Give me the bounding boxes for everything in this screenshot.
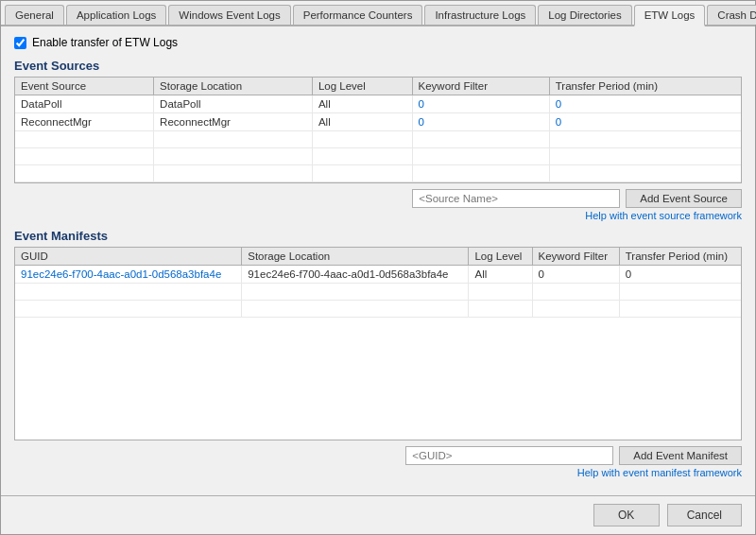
event-manifests-table-container: GUID Storage Location Log Level Keyword … — [14, 247, 742, 440]
enable-etw-label: Enable transfer of ETW Logs — [32, 36, 178, 49]
tab-etw-logs[interactable]: ETW Logs — [634, 5, 706, 26]
table-row-empty — [15, 165, 741, 182]
event-sources-table-container: Event Source Storage Location Log Level … — [14, 77, 742, 183]
manifest-transfer-cell: 0 — [619, 266, 741, 284]
guid-input[interactable] — [405, 446, 613, 465]
dialog-footer: OK Cancel — [1, 495, 755, 534]
source-storage-cell: DataPoll — [154, 95, 313, 113]
manifest-level-cell: All — [469, 266, 532, 284]
source-level-cell: All — [312, 95, 412, 113]
col-transfer-period: Transfer Period (min) — [549, 78, 741, 95]
tab-crash-dumps[interactable]: Crash Dumps — [707, 5, 756, 25]
col-keyword-filter: Keyword Filter — [412, 78, 549, 95]
content-area: Enable transfer of ETW Logs Event Source… — [1, 26, 755, 495]
table-row-empty — [15, 148, 741, 165]
source-transfer-cell: 0 — [549, 95, 741, 113]
table-row-empty — [15, 284, 741, 301]
tab-windows-event-logs[interactable]: Windows Event Logs — [168, 5, 290, 25]
add-manifest-row: Add Event Manifest — [14, 446, 742, 465]
event-manifests-title: Event Manifests — [14, 229, 742, 243]
ok-button[interactable]: OK — [593, 504, 660, 526]
event-manifests-table: GUID Storage Location Log Level Keyword … — [15, 248, 741, 318]
event-source-help-link[interactable]: Help with event source framework — [14, 210, 742, 221]
event-sources-section: Event Sources Event Source Storage Locat… — [14, 59, 742, 229]
source-keyword-cell: 0 — [412, 113, 549, 131]
source-name-input[interactable] — [412, 189, 620, 208]
source-level-cell: All — [312, 113, 412, 131]
manifest-storage-cell: 91ec24e6-f700-4aac-a0d1-0d568a3bfa4e — [242, 266, 469, 284]
table-row[interactable]: DataPoll DataPoll All 0 0 — [15, 95, 741, 113]
source-keyword-cell: 0 — [412, 95, 549, 113]
source-name-cell: ReconnectMgr — [15, 113, 154, 131]
tab-infrastructure-logs[interactable]: Infrastructure Logs — [424, 5, 536, 25]
col-guid: GUID — [15, 248, 242, 266]
manifest-guid-cell: 91ec24e6-f700-4aac-a0d1-0d568a3bfa4e — [15, 266, 242, 284]
source-transfer-cell: 0 — [549, 113, 741, 131]
tab-general[interactable]: General — [5, 5, 64, 25]
event-sources-table: Event Source Storage Location Log Level … — [15, 78, 741, 182]
manifest-keyword-cell: 0 — [532, 266, 619, 284]
tab-performance-counters[interactable]: Performance Counters — [293, 5, 423, 25]
table-row[interactable]: 91ec24e6-f700-4aac-a0d1-0d568a3bfa4e 91e… — [15, 266, 741, 284]
col-manifest-log-level: Log Level — [469, 248, 532, 266]
event-manifest-help-link[interactable]: Help with event manifest framework — [14, 467, 742, 478]
col-manifest-transfer: Transfer Period (min) — [619, 248, 741, 266]
table-row[interactable]: ReconnectMgr ReconnectMgr All 0 0 — [15, 113, 741, 131]
source-name-cell: DataPoll — [15, 95, 154, 113]
tab-application-logs[interactable]: Application Logs — [66, 5, 166, 25]
table-row-empty — [15, 301, 741, 318]
dialog: General Application Logs Windows Event L… — [0, 0, 756, 535]
source-storage-cell: ReconnectMgr — [154, 113, 313, 131]
add-source-row: Add Event Source — [14, 189, 742, 208]
cancel-button[interactable]: Cancel — [667, 504, 742, 526]
col-storage-location: Storage Location — [154, 78, 313, 95]
tab-log-directories[interactable]: Log Directories — [538, 5, 631, 25]
col-event-source: Event Source — [15, 78, 154, 95]
add-event-manifest-button[interactable]: Add Event Manifest — [619, 446, 742, 465]
add-event-source-button[interactable]: Add Event Source — [626, 189, 742, 208]
event-manifests-section: Event Manifests GUID Storage Location Lo… — [14, 229, 742, 486]
event-sources-title: Event Sources — [14, 59, 742, 73]
event-sources-header-row: Event Source Storage Location Log Level … — [15, 78, 741, 95]
enable-etw-checkbox[interactable] — [14, 37, 26, 49]
enable-checkbox-row: Enable transfer of ETW Logs — [14, 36, 742, 49]
col-log-level: Log Level — [312, 78, 412, 95]
event-manifests-header-row: GUID Storage Location Log Level Keyword … — [15, 248, 741, 266]
tab-bar: General Application Logs Windows Event L… — [1, 1, 755, 26]
table-row-empty — [15, 131, 741, 148]
col-manifest-keyword: Keyword Filter — [532, 248, 619, 266]
col-manifest-storage: Storage Location — [242, 248, 469, 266]
